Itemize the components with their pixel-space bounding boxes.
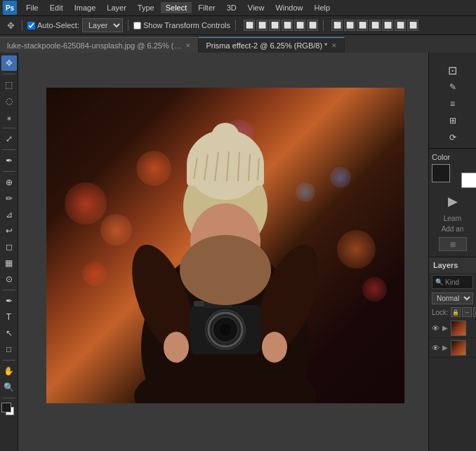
tool-healing[interactable]: ⊕ xyxy=(1,175,17,190)
toolbar-divider-1 xyxy=(3,74,15,74)
align-left[interactable]: ⬜ xyxy=(282,20,293,31)
tool-history-brush[interactable]: ↩ xyxy=(1,223,17,238)
tool-dodge[interactable]: ⊙ xyxy=(1,271,17,287)
svg-rect-11 xyxy=(194,301,204,307)
tab-1[interactable]: Prisma effect-2 @ 6.25% (RGB/8) * ✕ xyxy=(199,37,345,53)
tool-marquee-rect[interactable]: ⬚ xyxy=(1,77,17,93)
learn-label: Learn xyxy=(432,213,473,224)
layer-1-visibility[interactable]: 👁 xyxy=(432,344,439,352)
lock-position[interactable]: ↔ xyxy=(462,307,472,317)
autoselect-checkbox-label[interactable]: Auto-Select: xyxy=(27,21,79,29)
menu-bar: Ps File Edit Image Layer Type Select Fil… xyxy=(0,0,476,15)
toolbar-divider-5 xyxy=(3,290,15,290)
tool-eyedropper[interactable]: ✒ xyxy=(1,153,17,168)
layer-row-0[interactable]: 👁 ▶ xyxy=(429,318,476,338)
bg-color-swatch[interactable] xyxy=(461,173,476,188)
right-icon-3[interactable]: ≡ xyxy=(445,96,461,112)
tool-path-selection[interactable]: ↖ xyxy=(1,325,17,341)
show-transform-label[interactable]: Show Transform Controls xyxy=(133,21,230,29)
play-icon[interactable]: ▶ xyxy=(448,194,458,209)
menu-filter[interactable]: Filter xyxy=(193,2,220,13)
dist-hcenter[interactable]: ⬜ xyxy=(382,20,393,31)
layers-search-bar[interactable]: 🔍 Kind xyxy=(432,275,473,289)
dist-top[interactable]: ⬜ xyxy=(331,20,343,31)
options-divider-2 xyxy=(128,20,128,31)
layer-row-1[interactable]: 👁 ▶ xyxy=(429,338,476,358)
options-divider-3 xyxy=(235,20,236,31)
tab-0-close[interactable]: ✕ xyxy=(185,42,191,49)
menu-file[interactable]: File xyxy=(21,2,44,13)
person-svg xyxy=(106,102,345,403)
options-divider-4 xyxy=(323,20,324,31)
tab-0[interactable]: luke-stackpoole-625084-unsplash.jpg @ 6.… xyxy=(0,37,199,53)
tool-gradient[interactable]: ▦ xyxy=(1,255,17,271)
lock-artboards[interactable]: ⊞ xyxy=(473,307,476,317)
tool-lasso[interactable]: ◌ xyxy=(1,93,17,109)
layers-panel: Layers 🔍 Kind Normal Lock: 🔒 ↔ ⊞ xyxy=(429,257,476,451)
menu-layer[interactable]: Layer xyxy=(102,2,131,13)
svg-point-22 xyxy=(211,123,239,151)
align-hcenter[interactable]: ⬜ xyxy=(294,20,305,31)
color-swatch-container xyxy=(432,164,474,189)
lock-icons-row: 🔒 ↔ ⊞ xyxy=(451,307,476,317)
layer-0-expand[interactable]: ▶ xyxy=(442,324,448,332)
menu-3d[interactable]: 3D xyxy=(222,2,242,13)
layer-1-expand[interactable]: ▶ xyxy=(442,344,448,351)
layer-0-visibility[interactable]: 👁 xyxy=(432,324,439,332)
tab-1-close[interactable]: ✕ xyxy=(331,42,337,49)
align-top[interactable]: ⬜ xyxy=(244,20,255,31)
menu-type[interactable]: Type xyxy=(133,2,159,13)
menu-help[interactable]: Help xyxy=(310,2,336,13)
tool-shape[interactable]: □ xyxy=(1,342,17,357)
toolbar-divider-2 xyxy=(3,128,15,128)
move-tool-icon[interactable]: ✥ xyxy=(4,19,17,32)
dist-right[interactable]: ⬜ xyxy=(395,20,406,31)
tool-zoom[interactable]: 🔍 xyxy=(1,379,17,395)
tool-type[interactable]: T xyxy=(1,309,17,325)
lock-pixels[interactable]: 🔒 xyxy=(451,307,461,317)
menu-view[interactable]: View xyxy=(243,2,270,13)
align-bottom[interactable]: ⬜ xyxy=(269,20,280,31)
layers-blending-mode[interactable]: Normal xyxy=(432,292,473,304)
canvas-container xyxy=(46,88,404,403)
color-panel-title: Color xyxy=(432,153,450,161)
dist-extra[interactable]: ⬜ xyxy=(407,20,418,31)
align-vcenter[interactable]: ⬜ xyxy=(256,20,267,31)
menu-select[interactable]: Select xyxy=(161,2,192,13)
show-transform-checkbox[interactable] xyxy=(133,22,141,29)
main-layout: ✥ ⬚ ◌ ⁎ ⤢ ✒ ⊕ ✏ ⊿ ↩ ◻ ▦ ⊙ ✒ T ↖ □ ✋ 🔍 xyxy=(0,53,476,451)
dist-vcenter[interactable]: ⬜ xyxy=(344,20,355,31)
layers-panel-header: Layers xyxy=(429,257,476,273)
tool-magic-wand[interactable]: ⁎ xyxy=(1,109,17,125)
fg-color-swatch[interactable] xyxy=(432,164,450,182)
menu-window[interactable]: Window xyxy=(270,2,308,13)
color-panel: Color ▶ Learn Add an ⊞ xyxy=(429,149,476,257)
tool-pen[interactable]: ✒ xyxy=(1,293,17,309)
right-icon-1[interactable]: ⊡ xyxy=(445,62,461,78)
right-icon-4[interactable]: ⊞ xyxy=(445,113,461,128)
canvas-image[interactable] xyxy=(46,88,404,403)
dist-left[interactable]: ⬜ xyxy=(369,20,381,31)
dist-bottom[interactable]: ⬜ xyxy=(357,20,368,31)
expand-button[interactable]: ⊞ xyxy=(439,237,467,251)
tool-clone[interactable]: ⊿ xyxy=(1,207,17,222)
svg-point-3 xyxy=(164,332,189,363)
tool-hand[interactable]: ✋ xyxy=(1,363,17,379)
fg-swatch-toolbar[interactable] xyxy=(1,403,11,412)
menu-edit[interactable]: Edit xyxy=(45,2,68,13)
right-icon-5[interactable]: ⟳ xyxy=(445,130,461,145)
align-right[interactable]: ⬜ xyxy=(307,20,318,31)
tool-move[interactable]: ✥ xyxy=(1,55,17,71)
tool-eraser[interactable]: ◻ xyxy=(1,239,17,255)
layers-lock-bar: Lock: 🔒 ↔ ⊞ xyxy=(429,306,476,318)
tool-brush[interactable]: ✏ xyxy=(1,191,17,206)
tool-crop[interactable]: ⤢ xyxy=(1,131,17,147)
menu-image[interactable]: Image xyxy=(70,2,101,13)
layer-select[interactable]: Layer xyxy=(82,18,123,32)
distribute-icons-group: ⬜ ⬜ ⬜ ⬜ ⬜ ⬜ ⬜ xyxy=(331,20,418,31)
right-icon-2[interactable]: ✎ xyxy=(445,79,461,95)
color-swatches-toolbar xyxy=(1,403,17,417)
layer-1-thumb xyxy=(451,340,466,356)
autoselect-checkbox[interactable] xyxy=(27,22,35,29)
left-toolbar: ✥ ⬚ ◌ ⁎ ⤢ ✒ ⊕ ✏ ⊿ ↩ ◻ ▦ ⊙ ✒ T ↖ □ ✋ 🔍 xyxy=(0,53,18,451)
